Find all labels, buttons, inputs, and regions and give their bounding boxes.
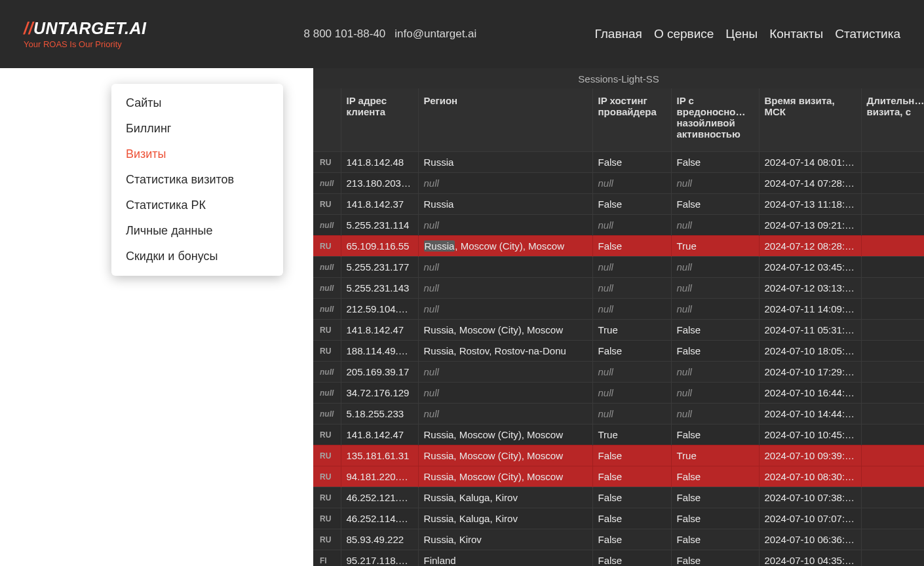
cell-region: null xyxy=(418,404,592,424)
table-row[interactable]: RU141.8.142.48RussiaFalseFalse2024-07-14… xyxy=(313,152,924,173)
cell-duration xyxy=(861,383,924,404)
sidebar-item-2[interactable]: Визиты xyxy=(111,142,283,167)
cell-code: RU xyxy=(313,529,341,550)
cell-time: 2024-07-10 18:05:57 xyxy=(759,341,861,362)
nav-stats[interactable]: Статистика xyxy=(835,27,900,41)
table-row[interactable]: RU135.181.61.31Russia, Moscow (City), Mo… xyxy=(313,445,924,466)
sidebar-item-4[interactable]: Статистика РК xyxy=(111,193,283,218)
cell-malicious: False xyxy=(671,550,759,567)
table-wrap[interactable]: IP адрес клиента Регион IP хостинг прова… xyxy=(313,88,924,566)
cell-hosting: null xyxy=(592,362,671,383)
nav-home[interactable]: Главная xyxy=(595,27,642,41)
nav-pricing[interactable]: Цены xyxy=(725,27,758,41)
cell-code: null xyxy=(313,362,341,383)
cell-region: Russia, Kaluga, Kirov xyxy=(418,508,592,529)
cell-duration xyxy=(861,487,924,508)
cell-malicious: False xyxy=(671,508,759,529)
table-title: Sessions-Light-SS xyxy=(313,68,924,88)
cell-ip: 205.169.39.17 xyxy=(341,362,418,383)
cell-code: null xyxy=(313,299,341,320)
cell-region: Finland xyxy=(418,550,592,567)
nav-contacts[interactable]: Контакты xyxy=(769,27,823,41)
col-code[interactable] xyxy=(313,88,341,152)
col-region[interactable]: Регион xyxy=(418,88,592,152)
cell-ip: 135.181.61.31 xyxy=(341,445,418,466)
cell-malicious: null xyxy=(671,215,759,236)
cell-region: null xyxy=(418,383,592,404)
sidebar-item-3[interactable]: Статистика визитов xyxy=(111,167,283,193)
cell-ip: 34.72.176.129 xyxy=(341,383,418,404)
col-duration[interactable]: Длительн… визита, с xyxy=(861,88,924,152)
cell-hosting: null xyxy=(592,173,671,194)
sidebar-item-5[interactable]: Личные данные xyxy=(111,218,283,244)
cell-malicious: null xyxy=(671,362,759,383)
cell-malicious: False xyxy=(671,341,759,362)
cell-time: 2024-07-10 06:36:31 xyxy=(759,529,861,550)
cell-time: 2024-07-10 10:45:59 xyxy=(759,424,861,445)
sidebar-item-1[interactable]: Биллинг xyxy=(111,116,283,142)
table-row[interactable]: RU46.252.121.222Russia, Kaluga, KirovFal… xyxy=(313,487,924,508)
visits-table: IP адрес клиента Регион IP хостинг прова… xyxy=(313,88,924,566)
table-row[interactable]: null213.180.203.63nullnullnull2024-07-14… xyxy=(313,173,924,194)
cell-malicious: null xyxy=(671,383,759,404)
col-time[interactable]: Время визита, МСК xyxy=(759,88,861,152)
table-row[interactable]: RU85.93.49.222Russia, KirovFalseFalse202… xyxy=(313,529,924,550)
table-row[interactable]: RU65.109.116.55Russia, Moscow (City), Mo… xyxy=(313,236,924,257)
cell-duration xyxy=(861,320,924,341)
cell-time: 2024-07-10 14:44:28 xyxy=(759,404,861,424)
cell-hosting: True xyxy=(592,320,671,341)
table-row[interactable]: RU46.252.114.143Russia, Kaluga, KirovFal… xyxy=(313,508,924,529)
contact-phone[interactable]: 8 800 101-88-40 xyxy=(304,28,386,41)
cell-time: 2024-07-13 11:18:49 xyxy=(759,194,861,215)
contact-email[interactable]: info@untarget.ai xyxy=(395,28,476,41)
cell-region: null xyxy=(418,215,592,236)
logo-name: UNTARGET.AI xyxy=(33,19,147,37)
table-row[interactable]: null5.255.231.114nullnullnull2024-07-13 … xyxy=(313,215,924,236)
table-row[interactable]: FI95.217.118.148FinlandFalseFalse2024-07… xyxy=(313,550,924,567)
cell-region: Russia, Moscow (City), Moscow xyxy=(418,466,592,487)
nav-about[interactable]: О сервисе xyxy=(654,27,714,41)
table-row[interactable]: RU188.114.49.182Russia, Rostov, Rostov-n… xyxy=(313,341,924,362)
side-menu: СайтыБиллингВизитыСтатистика визитовСтат… xyxy=(111,84,283,276)
cell-duration xyxy=(861,341,924,362)
table-row[interactable]: null34.72.176.129nullnullnull2024-07-10 … xyxy=(313,383,924,404)
cell-code: RU xyxy=(313,152,341,173)
sidebar-item-6[interactable]: Скидки и бонусы xyxy=(111,244,283,269)
table-row[interactable]: null5.255.231.143nullnullnull2024-07-12 … xyxy=(313,278,924,299)
cell-ip: 85.93.49.222 xyxy=(341,529,418,550)
cell-region: null xyxy=(418,173,592,194)
table-row[interactable]: RU141.8.142.37RussiaFalseFalse2024-07-13… xyxy=(313,194,924,215)
cell-duration xyxy=(861,152,924,173)
cell-malicious: True xyxy=(671,236,759,257)
cell-code: null xyxy=(313,278,341,299)
contact-block: 8 800 101-88-40 info@untarget.ai xyxy=(304,28,477,41)
sidebar-item-0[interactable]: Сайты xyxy=(111,90,283,116)
cell-code: RU xyxy=(313,320,341,341)
cell-region: Russia, Moscow (City), Moscow xyxy=(418,236,592,257)
cell-ip: 141.8.142.48 xyxy=(341,152,418,173)
table-row[interactable]: null212.59.104.226nullnullnull2024-07-11… xyxy=(313,299,924,320)
cell-ip: 95.217.118.148 xyxy=(341,550,418,567)
table-row[interactable]: RU94.181.220.200Russia, Moscow (City), M… xyxy=(313,466,924,487)
col-ip[interactable]: IP адрес клиента xyxy=(341,88,418,152)
table-row[interactable]: null5.18.255.233nullnullnull2024-07-10 1… xyxy=(313,404,924,424)
cell-ip: 141.8.142.47 xyxy=(341,424,418,445)
table-row[interactable]: RU141.8.142.47Russia, Moscow (City), Mos… xyxy=(313,320,924,341)
logo-block[interactable]: //UNTARGET.AI Your ROAS Is Our Priority xyxy=(24,19,147,49)
col-malicious[interactable]: IP с вредоносно… назойливой активностью xyxy=(671,88,759,152)
table-row[interactable]: null5.255.231.177nullnullnull2024-07-12 … xyxy=(313,257,924,278)
cell-duration xyxy=(861,529,924,550)
cell-time: 2024-07-14 08:01:35 xyxy=(759,152,861,173)
cell-code: RU xyxy=(313,424,341,445)
cell-hosting: False xyxy=(592,550,671,567)
logo: //UNTARGET.AI xyxy=(24,19,147,38)
cell-time: 2024-07-11 14:09:29 xyxy=(759,299,861,320)
cell-region: null xyxy=(418,362,592,383)
cell-region: Russia, Moscow (City), Moscow xyxy=(418,424,592,445)
col-hosting[interactable]: IP хостинг провайдера xyxy=(592,88,671,152)
cell-region: Russia, Kirov xyxy=(418,529,592,550)
cell-duration xyxy=(861,257,924,278)
table-row[interactable]: RU141.8.142.47Russia, Moscow (City), Mos… xyxy=(313,424,924,445)
cell-ip: 5.18.255.233 xyxy=(341,404,418,424)
table-row[interactable]: null205.169.39.17nullnullnull2024-07-10 … xyxy=(313,362,924,383)
